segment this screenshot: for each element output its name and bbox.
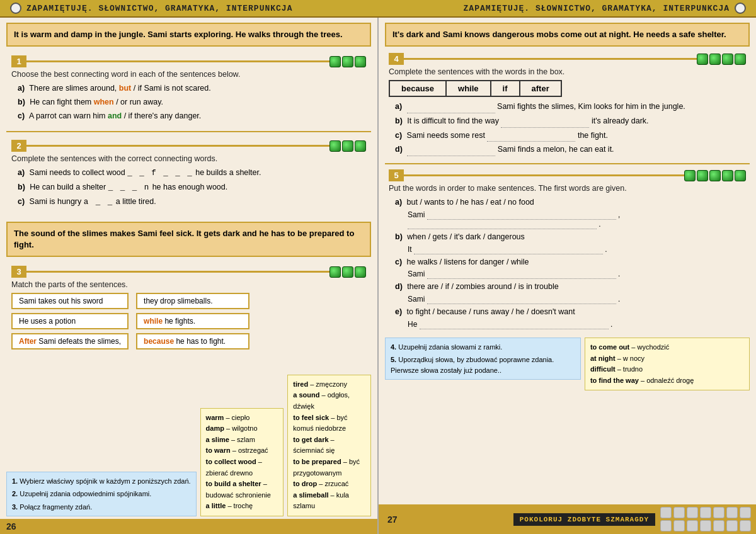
vocab-find-way: to find the way – odnaleźć drogę xyxy=(590,375,744,387)
left-page: It is warm and damp in the jungle. Sami … xyxy=(0,18,379,534)
story-text-1: It is warm and damp in the jungle. Sami … xyxy=(14,30,343,39)
match-left-2: He uses a potion xyxy=(11,313,129,329)
gem-9 xyxy=(355,266,366,278)
ex5-answer-e: He . xyxy=(408,320,746,329)
reward-gem-1 xyxy=(660,507,672,518)
word-while: while xyxy=(447,81,491,96)
ex5-number: 5 xyxy=(389,169,404,181)
ex4-line xyxy=(404,58,697,60)
word-because: because xyxy=(390,81,447,96)
vocab-warn: to warn – ostrzegać xyxy=(206,445,278,457)
ex4-item-a: a) Sami fights the slimes, Kim looks for… xyxy=(395,101,746,113)
note-vocab-2: tired – zmęczony a sound – odgłos, dźwię… xyxy=(287,375,371,516)
ex1-highlight-when: when xyxy=(94,98,114,106)
vocab-feel-sick: to feel sick – być komuś niedobrze xyxy=(293,412,365,435)
ex2-item-a: a) Sami needs to collect wood _ _ f _ _ … xyxy=(18,167,366,179)
gem-6 xyxy=(355,140,366,152)
ex1-line xyxy=(26,60,329,62)
match-right-3: because he has to fight. xyxy=(136,333,249,349)
ex5-answer-b: It . xyxy=(408,245,746,254)
gem-3 xyxy=(355,56,366,67)
header-title-left: Zapamiętuję. Słownictwo, Gramatyka, Inte… xyxy=(26,4,292,13)
after-highlight: After xyxy=(19,337,37,346)
ex5-label-b: b) xyxy=(395,232,403,241)
vocab-tired: tired – zmęczony xyxy=(293,379,365,390)
ex2-number: 2 xyxy=(11,140,26,152)
right-note-instructions: 4. Uzupełnij zdania słowami z ramki. 5. … xyxy=(385,338,581,380)
reward-gem-3 xyxy=(687,507,698,518)
ex2-label-a: a) xyxy=(18,168,25,177)
story-banner-2: The sound of the slimes makes Sami feel … xyxy=(6,222,371,257)
match-right-1: they drop slimeballs. xyxy=(136,293,249,309)
ex4-label-c: c) xyxy=(395,131,402,140)
ex5-line-d xyxy=(427,295,616,304)
reward-gem-11 xyxy=(700,520,711,531)
story-text-2: The sound of the slimes makes Sami feel … xyxy=(14,229,354,249)
ex5-line-e xyxy=(420,320,609,329)
ex3-header: 3 xyxy=(11,266,366,278)
reward-gem-8 xyxy=(660,520,672,531)
reward-gem-14 xyxy=(740,520,751,531)
ex4-header: 4 xyxy=(389,53,746,65)
separator-1 xyxy=(6,131,371,132)
ex2-blank-a: _ _ f _ _ _ xyxy=(127,169,193,178)
right-footer: 27 Pokoloruj zdobyte szmaragdy xyxy=(379,504,756,534)
ex2-header: 2 xyxy=(11,140,366,152)
vocab-little: a little – trochę xyxy=(206,501,278,512)
reward-box: Pokoloruj zdobyte szmaragdy xyxy=(513,513,655,526)
ex5-prompt-e: e) to fight / because / runs away / he /… xyxy=(395,306,746,318)
gem-2 xyxy=(342,56,353,67)
ex5-line-a1 xyxy=(427,210,616,220)
while-highlight: while xyxy=(144,317,163,326)
ex5-item-b: b) when / gets / it's dark / dangerous I… xyxy=(395,231,746,254)
exercise-3: 3 Match the parts of the sentences. Sami… xyxy=(6,262,371,353)
ex4-blank-d xyxy=(407,144,495,156)
ex3-instruction: Match the parts of the sentences. xyxy=(11,280,366,289)
ex5-line xyxy=(404,174,684,176)
ex5-answer-d: Sami . xyxy=(408,295,746,304)
vocab-shelter: to build a shelter – budować schronienie xyxy=(206,479,278,501)
gem-r5 xyxy=(684,170,696,181)
ex1-highlight-and: and xyxy=(108,111,122,120)
exercise-2: 2 Complete the sentences with the correc… xyxy=(6,136,371,213)
reward-gem-6 xyxy=(726,507,738,518)
ex4-item-d: d) Sami finds a melon, he can eat it. xyxy=(395,144,746,156)
vocab-slimeball: a slimeball – kula szlamu xyxy=(293,490,365,512)
note-vocab-1: warm – ciepło damp – wilgotno a slime – … xyxy=(200,408,284,516)
gem-r3 xyxy=(722,54,733,65)
ex1-gems xyxy=(329,56,366,67)
ex4-blank-a xyxy=(407,101,495,113)
reward-gem-2 xyxy=(673,507,685,518)
note-1: 1. Wybierz właściwy spójnik w każdym z p… xyxy=(12,476,191,487)
gem-reward-grid xyxy=(660,507,751,531)
ex1-item-c: c) A parrot can warn him and / if there'… xyxy=(18,110,366,122)
left-page-number: 26 xyxy=(3,520,20,533)
ex1-item-b: b) He can fight them when / or run away. xyxy=(18,96,366,108)
ex1-label-b: b) xyxy=(18,98,25,106)
gem-r1 xyxy=(697,54,708,65)
ex5-line-c xyxy=(427,270,616,279)
gem-r4 xyxy=(735,54,746,65)
right-story-text: It's dark and Sami knows dangerous mobs … xyxy=(392,30,726,39)
vocab-damp: damp – wilgotno xyxy=(206,423,278,435)
ex2-blank-b: _ _ _ n xyxy=(108,183,151,192)
ex4-number: 4 xyxy=(389,53,404,65)
ex4-gems xyxy=(697,54,746,65)
vocab-get-dark: to get dark – ściemniać się xyxy=(293,435,365,457)
header-circle-left xyxy=(10,3,21,14)
header-title-right: Zapamiętuję. Słownictwo, Gramatyka, Inte… xyxy=(464,4,730,13)
ex1-label-c: c) xyxy=(18,111,25,120)
gem-1 xyxy=(329,56,341,67)
word-after: after xyxy=(520,81,561,96)
match-right-col: they drop slimeballs. while he fights. b… xyxy=(136,293,249,349)
gem-r9 xyxy=(735,170,746,181)
ex3-number: 3 xyxy=(11,266,26,278)
reward-gem-5 xyxy=(713,507,724,518)
ex5-answer-c: Sami . xyxy=(408,270,746,279)
story-banner-1: It is warm and damp in the jungle. Sami … xyxy=(6,23,371,47)
ex2-blank-c: a _ _ xyxy=(84,198,114,207)
ex1-label-a: a) xyxy=(18,84,25,93)
ex5-item-c: c) he walks / listens for danger / while… xyxy=(395,256,746,280)
ex2-item-b: b) He can build a shelter _ _ _ n he has… xyxy=(18,181,366,194)
ex5-prompt-a: a) but / wants to / he has / eat / no fo… xyxy=(395,196,746,208)
